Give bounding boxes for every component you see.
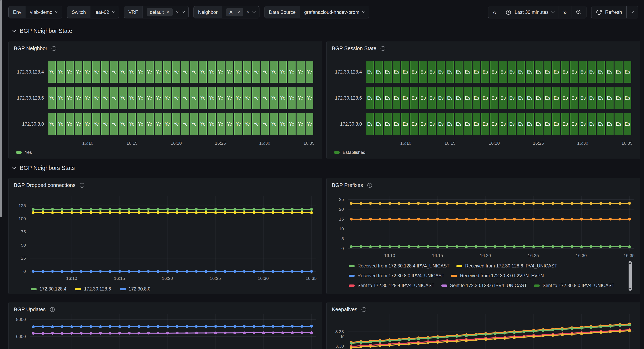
variable-env-value[interactable]: vlab-demo xyxy=(26,6,62,18)
x-axis: 16:1016:1516:2016:2516:3016:35 xyxy=(30,276,316,282)
timeline-state-cell: Ye xyxy=(110,113,118,135)
chevron-down-icon xyxy=(12,28,16,32)
legend-swatch xyxy=(349,265,355,267)
refresh-interval-dropdown[interactable] xyxy=(626,6,638,18)
scroll-down-icon[interactable] xyxy=(629,288,631,290)
variable-neighbor[interactable]: Neighbor All × × xyxy=(194,6,260,18)
timeline-state-cell: Es xyxy=(552,61,560,83)
info-icon[interactable] xyxy=(361,307,366,312)
legend-swatch xyxy=(534,285,540,287)
panel-keepalives: Keepalives 3.33 K3.30 K xyxy=(326,302,640,349)
panel-title[interactable]: BGP Dropped connections xyxy=(14,182,76,188)
timeline-state-cell: Ye xyxy=(66,61,74,83)
variable-vrf[interactable]: VRF default × × xyxy=(124,6,189,18)
variable-neighbor-chip[interactable]: All × xyxy=(226,8,244,16)
legend-item[interactable]: Sent to 172.30.8.0 IPV4_UNICAST xyxy=(534,283,614,288)
timeline-state-cell: Es xyxy=(482,61,489,83)
timeline-state-cell: Ye xyxy=(48,113,56,135)
legend-label: Sent to 172.30.8.0 IPV4_UNICAST xyxy=(542,283,614,288)
panel-title[interactable]: BGP Updates xyxy=(14,306,46,313)
timeline-state-cell: Es xyxy=(499,113,507,135)
time-axis: 16:1016:1516:2016:2516:3016:35 xyxy=(48,139,314,148)
variable-switch-value[interactable]: leaf-02 xyxy=(90,6,119,18)
panel-legend: Received from 172.30.128.4 IPV4_UNICASTR… xyxy=(349,261,623,293)
variable-datasource-value[interactable]: grafanacloud-hhdev-prom xyxy=(300,6,369,18)
panel-header: BGP Session State xyxy=(326,41,640,51)
legend-item[interactable]: Received from 172.30.8.0 IPV4_UNICAST xyxy=(349,273,444,279)
timeline-state-cell: Ye xyxy=(137,61,144,83)
timeline-state-cell: Ye xyxy=(74,61,82,83)
variable-switch[interactable]: Switch leaf-02 xyxy=(67,6,119,18)
timeline-state-cell: Es xyxy=(419,61,427,83)
time-axis-label: 16:20 xyxy=(166,141,186,146)
legend-item[interactable]: 172.30.128.4 xyxy=(31,286,66,292)
chip-label: default xyxy=(150,9,164,15)
legend-item[interactable]: Sent to 172.30.128.4 IPV4_UNICAST xyxy=(349,283,434,288)
legend-scrollbar[interactable] xyxy=(628,261,632,291)
timeline-state-cell: Es xyxy=(597,61,605,83)
timeline-state-cell: Ye xyxy=(84,61,91,83)
legend-item[interactable]: 172.30.128.6 xyxy=(75,286,111,292)
time-range-picker[interactable]: Last 30 minutes xyxy=(501,6,558,18)
y-axis-label: 15 xyxy=(332,217,344,222)
section-bgp-neighbor-state[interactable]: BGP Neighbor State xyxy=(13,28,72,34)
panel-header: BGP Dropped connections xyxy=(8,178,322,188)
info-icon[interactable] xyxy=(51,46,56,51)
variable-env[interactable]: Env vlab-demo xyxy=(8,6,62,18)
variable-neighbor-value[interactable]: All × × xyxy=(222,6,259,18)
legend-item[interactable]: Established xyxy=(334,150,366,155)
timeline-row: 172.30.128.6EsEsEsEsEsEsEsEsEsEsEsEsEsEs… xyxy=(332,87,631,109)
time-shift-forward-button[interactable]: » xyxy=(558,6,571,18)
y-axis-label: 50 xyxy=(14,243,26,248)
y-axis-label: 3.30 K xyxy=(332,344,344,349)
legend-item[interactable]: Received from 172.30.128.6 IPV4_UNICAST xyxy=(456,263,557,269)
panel-title[interactable]: BGP Session State xyxy=(332,45,376,51)
timeline-state-cell: Es xyxy=(526,113,534,135)
legend-item[interactable]: Received from 172.30.8.0 L2VPN_EVPN xyxy=(451,273,544,279)
y-axis-label: 125 xyxy=(14,203,26,208)
timeline-state-cell: Es xyxy=(464,113,471,135)
legend-item[interactable]: Sent to 172.30.8.0 L2VPN_EVPN xyxy=(349,293,426,293)
chip-remove-icon[interactable]: × xyxy=(238,9,240,15)
panel-header: BGP Prefixes xyxy=(326,178,640,188)
page-scrollbar[interactable] xyxy=(0,0,2,217)
panel-title[interactable]: Keepalives xyxy=(332,306,357,313)
timeline-state-cell: Es xyxy=(597,87,605,109)
variable-vrf-chip[interactable]: default × xyxy=(147,8,173,16)
variable-datasource-label: Data Source xyxy=(264,6,300,18)
legend-item[interactable]: Received from 172.30.128.4 IPV4_UNICAST xyxy=(349,263,450,269)
refresh-button[interactable]: Refresh xyxy=(592,6,626,18)
timeline-state-cell: Ye xyxy=(306,113,314,135)
timeline-state-cell: Ye xyxy=(172,61,180,83)
panel-legend: Established xyxy=(334,150,631,155)
clear-all-icon[interactable]: × xyxy=(176,9,179,15)
legend-label: Established xyxy=(343,150,366,155)
chart-canvas xyxy=(348,196,634,251)
timeline-state-cell: Ye xyxy=(296,113,304,135)
variable-datasource[interactable]: Data Source grafanacloud-hhdev-prom xyxy=(264,6,369,18)
info-icon[interactable] xyxy=(80,183,84,188)
timeline-state-cell: Ye xyxy=(244,87,251,109)
time-shift-back-button[interactable]: « xyxy=(488,6,501,18)
panel-title[interactable]: BGP Prefixes xyxy=(332,182,363,188)
legend-item[interactable]: Yes xyxy=(16,150,32,155)
clear-all-icon[interactable]: × xyxy=(246,9,250,15)
timeline-cells: EsEsEsEsEsEsEsEsEsEsEsEsEsEsEsEsEsEsEsEs… xyxy=(366,87,631,109)
chevron-down-icon xyxy=(252,9,256,13)
zoom-out-button[interactable] xyxy=(571,6,586,18)
timeline-state-cell: Ye xyxy=(226,113,234,135)
variable-vrf-value[interactable]: default × × xyxy=(143,6,188,18)
chip-remove-icon[interactable]: × xyxy=(166,9,170,15)
timeline-state-cell: Ye xyxy=(234,87,242,109)
timeline-state-cell: Es xyxy=(544,61,551,83)
legend-item[interactable]: Sent to 172.30.128.6 IPV4_UNICAST xyxy=(441,283,527,288)
timeline-state-cell: Es xyxy=(499,61,507,83)
info-icon[interactable] xyxy=(367,183,372,188)
info-icon[interactable] xyxy=(50,307,55,312)
panel-title[interactable]: BGP Neighbor xyxy=(14,45,47,51)
scroll-up-icon[interactable] xyxy=(629,262,631,264)
legend-item[interactable]: 172.30.8.0 xyxy=(120,286,150,292)
info-icon[interactable] xyxy=(380,46,386,51)
timeline-state-cell: Ye xyxy=(101,113,109,135)
section-bgp-neighbors-stats[interactable]: BGP Neighbors Stats xyxy=(13,165,75,171)
